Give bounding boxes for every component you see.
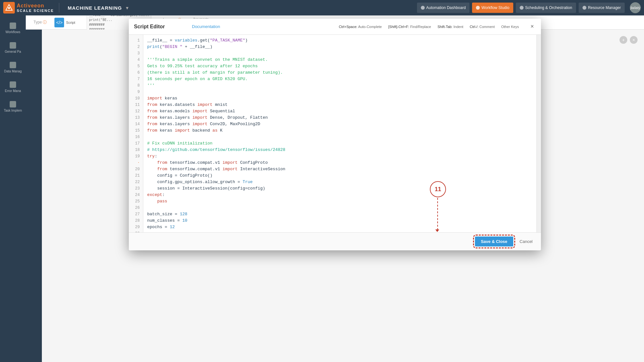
- svg-point-1: [8, 7, 10, 9]
- activeeon-logo: [3, 2, 15, 14]
- annotation-line: [437, 198, 438, 230]
- main-layout: Workflows General Pa Data Manag Error Ma…: [0, 15, 644, 362]
- workflow-studio-btn[interactable]: Workflow Studio: [472, 3, 513, 13]
- code-line-8: ''': [147, 82, 533, 89]
- code-line-3: [147, 50, 533, 57]
- navbar: Activeeon SCALE SCIENCE MACHINE LEARNING…: [0, 0, 644, 15]
- code-line-16: [147, 134, 533, 140]
- annotation-circle-11: 11: [430, 181, 446, 197]
- code-content[interactable]: __file__ = variables.get("PA_TASK_NAME")…: [143, 35, 536, 232]
- code-line-14: from keras.layers import Conv2D, MaxPool…: [147, 121, 533, 127]
- shortcut-indent: Shift-Tab: Indent: [438, 25, 463, 29]
- content-area: Type ⓘ </> Script Code ⓘ __file__ = vari…: [26, 15, 644, 362]
- workflows-icon: [10, 23, 16, 29]
- code-line-13: from keras.layers import Dense, Dropout,…: [147, 115, 533, 121]
- task-icon: [10, 101, 16, 107]
- sidebar-item-error[interactable]: Error Mana: [0, 78, 26, 97]
- data-icon: [10, 62, 16, 68]
- resource-icon: [582, 6, 586, 10]
- vertical-scrollbar[interactable]: [536, 35, 541, 232]
- modal-close-button[interactable]: ×: [528, 23, 536, 31]
- sidebar-item-general[interactable]: General Pa: [0, 38, 26, 57]
- brand-name: Activeeon: [17, 3, 54, 9]
- brand: Activeeon SCALE SCIENCE: [3, 2, 54, 14]
- workflow-icon: [476, 6, 480, 10]
- modal-header: Script Editor Documentation Ctrl+Space: …: [129, 19, 541, 35]
- shortcut-other: Other Keys: [501, 25, 519, 29]
- code-line-18: # https://github.com/tensorflow/tensorfl…: [147, 147, 533, 153]
- annotation-arrow: [435, 229, 439, 232]
- code-line-29: num_classes = 10: [147, 218, 533, 224]
- shortcut-find: [Shift]-Ctrl+F: Find/Replace: [388, 25, 431, 29]
- code-line-15: from keras import backend as K: [147, 127, 533, 134]
- code-line-1: __file__ = variables.get("PA_TASK_NAME"): [147, 37, 533, 44]
- code-line-7: 16 seconds per epoch on a GRID K520 GPU.: [147, 76, 533, 82]
- sidebar: Workflows General Pa Data Manag Error Ma…: [0, 15, 26, 362]
- sidebar-label-general: General Pa: [5, 50, 21, 53]
- code-line-6: (there is still a lot of margin for para…: [147, 70, 533, 76]
- divider: [59, 3, 59, 13]
- sidebar-label-workflows: Workflows: [5, 30, 20, 34]
- general-icon: [10, 42, 16, 49]
- automation-icon: [421, 6, 425, 10]
- sidebar-label-error: Error Mana: [5, 89, 21, 93]
- modal-title: Script Editor: [134, 24, 176, 30]
- line-numbers: 1 2 3 4 5 6 7 8 9 10 11 12 13 14: [129, 35, 143, 232]
- code-line-28: batch_size = 128: [147, 211, 533, 218]
- automation-dashboard-btn[interactable]: Automation Dashboard: [417, 3, 470, 13]
- app-title: MACHINE LEARNING: [68, 5, 122, 11]
- scheduling-btn[interactable]: Scheduling & Orchestration: [516, 3, 576, 13]
- modal-overlay: Script Editor Documentation Ctrl+Space: …: [26, 15, 644, 362]
- error-icon: [10, 81, 16, 88]
- code-line-25: except:: [147, 192, 533, 198]
- code-line-11: from keras.datasets import mnist: [147, 102, 533, 108]
- resource-manager-btn[interactable]: Resource Manager: [579, 3, 625, 13]
- cancel-button[interactable]: Cancel: [516, 237, 536, 246]
- modal-footer: 11 Save & Close Cancel: [129, 232, 541, 250]
- sidebar-item-workflows[interactable]: Workflows: [0, 19, 26, 38]
- code-line-26: pass: [147, 198, 533, 205]
- shortcut-comment: Ctrl-/: Comment: [470, 25, 495, 29]
- code-line-20: from tensorflow.compat.v1 import ConfigP…: [147, 160, 533, 166]
- save-close-button[interactable]: Save & Close: [475, 237, 513, 246]
- user-avatar[interactable]: jlailatý: [630, 2, 641, 13]
- code-line-27: [147, 205, 533, 211]
- code-line-19: try:: [147, 153, 533, 160]
- code-line-2: print("BEGIN " + __file__): [147, 44, 533, 50]
- code-line-24: session = InteractiveSession(config=conf…: [147, 185, 533, 192]
- documentation-link[interactable]: Documentation: [192, 24, 220, 29]
- code-line-5: Gets to 99.25% test accuracy after 12 ep…: [147, 63, 533, 70]
- code-line-12: from keras.models import Sequential: [147, 108, 533, 115]
- modal-shortcuts: Ctrl+Space: Auto-Complete [Shift]-Ctrl+F…: [339, 25, 519, 29]
- code-line-4: '''Trains a simple convnet on the MNIST …: [147, 57, 533, 63]
- app-title-dropdown[interactable]: ▾: [126, 5, 128, 11]
- sidebar-item-task[interactable]: Task Implem: [0, 97, 26, 116]
- code-editor[interactable]: 1 2 3 4 5 6 7 8 9 10 11 12 13 14: [129, 35, 541, 232]
- sidebar-label-task: Task Implem: [4, 109, 22, 112]
- shortcut-autocomplete: Ctrl+Space: Auto-Complete: [339, 25, 382, 29]
- code-line-10: import keras: [147, 95, 533, 102]
- code-line-22: config = ConfigProto(): [147, 172, 533, 179]
- code-line-21: from tensorflow.compat.v1 import Interac…: [147, 166, 533, 172]
- code-line-9: [147, 89, 533, 95]
- code-line-17: # Fix cuDNN initialization: [147, 140, 533, 147]
- code-line-23: config.gpu_options.allow_growth = True: [147, 179, 533, 185]
- scheduling-icon: [520, 6, 524, 10]
- brand-subtitle: SCALE SCIENCE: [17, 9, 54, 13]
- code-line-30: epochs = 12: [147, 224, 533, 230]
- sidebar-label-data: Data Manag: [4, 70, 22, 73]
- script-editor-modal: Script Editor Documentation Ctrl+Space: …: [129, 19, 541, 250]
- sidebar-item-data[interactable]: Data Manag: [0, 58, 26, 77]
